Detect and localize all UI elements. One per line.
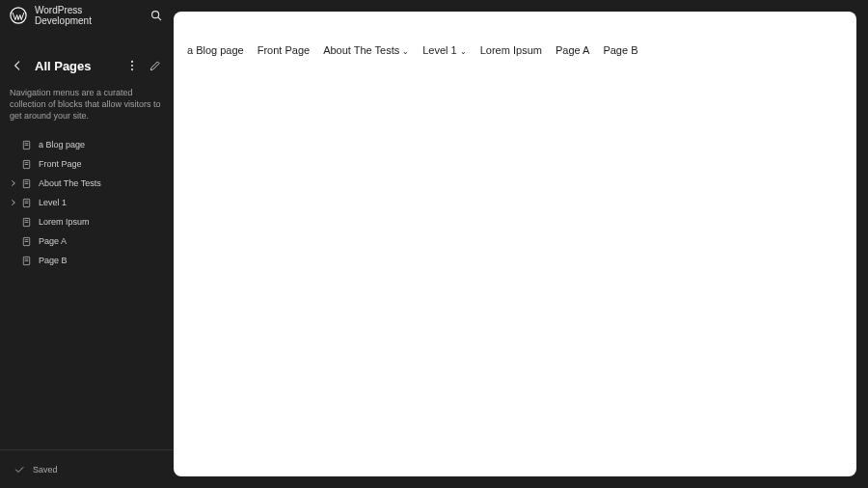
page-list-item[interactable]: a Blog page	[0, 135, 174, 154]
page-list-item[interactable]: About The Tests	[0, 174, 174, 193]
expand-caret-icon[interactable]	[8, 199, 19, 206]
preview-nav-label: About The Tests	[323, 44, 399, 56]
svg-point-0	[11, 8, 26, 23]
editor-canvas[interactable]: a Blog pageFront PageAbout The Tests⌄Lev…	[174, 12, 856, 476]
page-icon	[19, 215, 33, 229]
page-list: a Blog pageFront PageAbout The TestsLeve…	[0, 135, 174, 270]
page-list-item-label: a Blog page	[39, 140, 85, 149]
page-icon	[19, 157, 33, 171]
check-icon	[14, 464, 25, 475]
page-list-item[interactable]: Page B	[0, 251, 174, 270]
preview-nav-label: Level 1	[422, 44, 456, 56]
page-icon	[19, 254, 33, 267]
page-icon	[19, 176, 33, 190]
edit-icon[interactable]	[147, 57, 164, 74]
page-icon	[19, 196, 33, 209]
save-status: Saved	[33, 465, 58, 474]
page-icon	[19, 138, 33, 151]
preview-nav-item[interactable]: About The Tests⌄	[323, 44, 409, 56]
page-list-item[interactable]: Front Page	[0, 154, 174, 174]
page-list-item[interactable]: Page A	[0, 231, 174, 251]
page-list-item[interactable]: Level 1	[0, 193, 174, 212]
preview-nav-item[interactable]: Lorem Ipsum	[480, 44, 542, 56]
page-list-item-label: Lorem Ipsum	[39, 217, 90, 227]
preview-nav-label: Front Page	[258, 44, 310, 56]
preview-navigation: a Blog pageFront PageAbout The Tests⌄Lev…	[174, 12, 856, 56]
sidebar-footer: Saved	[0, 449, 174, 488]
preview-nav-label: Page A	[556, 44, 589, 56]
expand-caret-icon[interactable]	[8, 179, 19, 187]
page-list-item-label: About The Tests	[39, 178, 101, 188]
svg-point-1	[152, 12, 159, 18]
panel-header: All Pages	[0, 54, 174, 77]
search-icon[interactable]	[149, 8, 164, 23]
wordpress-logo-icon[interactable]	[10, 7, 27, 24]
svg-point-5	[131, 68, 133, 70]
preview-nav-item[interactable]: Page A	[556, 44, 589, 56]
svg-line-2	[158, 17, 161, 20]
site-title: WordPress Development	[35, 5, 141, 26]
sidebar-top-bar: WordPress Development	[0, 0, 174, 31]
page-list-item-label: Page A	[39, 236, 67, 246]
preview-nav-label: Lorem Ipsum	[480, 44, 542, 56]
preview-nav-item[interactable]: Page B	[603, 44, 637, 56]
more-menu-icon[interactable]	[123, 57, 141, 74]
back-icon[interactable]	[10, 58, 25, 73]
preview-nav-label: Page B	[603, 44, 637, 56]
page-list-item[interactable]: Lorem Ipsum	[0, 212, 174, 231]
preview-nav-label: a Blog page	[187, 44, 244, 56]
preview-nav-item[interactable]: Front Page	[258, 44, 310, 56]
page-list-item-label: Level 1	[39, 198, 67, 207]
page-icon	[19, 234, 33, 248]
page-list-item-label: Page B	[39, 256, 68, 265]
svg-point-3	[131, 61, 133, 63]
panel-title: All Pages	[35, 59, 92, 73]
chevron-down-icon: ⌄	[460, 47, 467, 56]
sidebar: WordPress Development All Pages Navigati…	[0, 0, 174, 488]
preview-nav-item[interactable]: Level 1⌄	[422, 44, 466, 56]
svg-point-4	[131, 65, 133, 67]
page-list-item-label: Front Page	[39, 159, 82, 169]
panel-description: Navigation menus are a curated collectio…	[0, 77, 174, 122]
preview-nav-item[interactable]: a Blog page	[187, 44, 244, 56]
chevron-down-icon: ⌄	[402, 47, 409, 56]
